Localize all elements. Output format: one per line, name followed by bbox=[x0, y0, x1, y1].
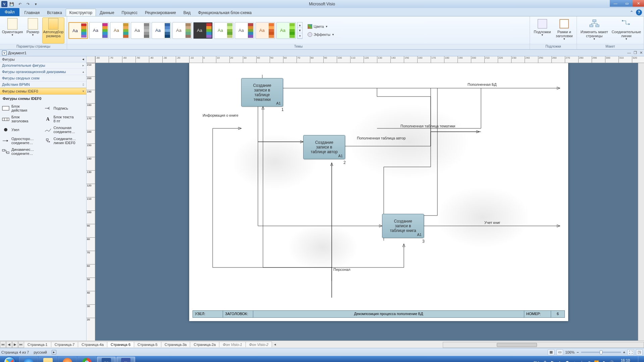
vertical-scrollbar[interactable] bbox=[638, 56, 644, 341]
shapes-category[interactable]: Фигуры сводных схем bbox=[0, 75, 86, 81]
page-nav-first-icon[interactable]: ⏮ bbox=[0, 341, 6, 348]
canvas[interactable]: -80-70-60-50-40-30-20-100102030405060708… bbox=[87, 56, 644, 341]
redo-icon[interactable]: ↷ bbox=[24, 1, 32, 7]
save-icon[interactable]: 💾 bbox=[8, 1, 15, 7]
theme-colors-button[interactable]: Цвета ▼ bbox=[306, 23, 336, 30]
shape-stencil[interactable]: Односторо… соедините… bbox=[1, 136, 43, 146]
view-mode-icon[interactable]: ▭ bbox=[556, 349, 563, 355]
view-mode-icon[interactable]: ▦ bbox=[548, 349, 554, 355]
shapes-category[interactable]: Фигуры организационной диаграммы▴ bbox=[0, 69, 86, 75]
tray-app-icon[interactable]: ▲ bbox=[572, 360, 577, 362]
close-button[interactable]: ✕ bbox=[633, 0, 644, 7]
tray-bluetooth-icon[interactable]: ᚼ bbox=[579, 360, 585, 362]
theme-swatch[interactable]: Aa bbox=[152, 22, 171, 39]
horizontal-scrollbar[interactable] bbox=[443, 342, 644, 348]
page-tab[interactable]: Страница-5 bbox=[134, 342, 161, 347]
mdi-restore-icon[interactable]: ❐ bbox=[634, 51, 637, 55]
maximize-button[interactable]: ▭ bbox=[621, 0, 633, 7]
shapes-category[interactable]: Действия BPMN▯ bbox=[0, 81, 86, 88]
show-desktop-button[interactable] bbox=[638, 356, 642, 362]
status-zoom[interactable]: 106% bbox=[565, 350, 575, 354]
shapes-category[interactable]: Дополнительные фигуры▸ bbox=[0, 62, 86, 69]
taskbar-visio[interactable]: V bbox=[116, 357, 135, 362]
zoom-in-icon[interactable]: + bbox=[623, 350, 625, 354]
app-icon[interactable]: V bbox=[1, 1, 7, 7]
taskbar-ie[interactable] bbox=[19, 357, 38, 362]
start-button[interactable] bbox=[1, 356, 19, 362]
shape-stencil[interactable]: Соедините… линия IDEF0 bbox=[44, 136, 85, 146]
orientation-button[interactable]: Ориентация▼ bbox=[1, 17, 23, 44]
shape-stencil[interactable]: AБлок текста 8 пт bbox=[44, 114, 85, 124]
tab-design[interactable]: Конструктор bbox=[66, 9, 96, 16]
theme-swatch[interactable]: Aa bbox=[89, 22, 109, 39]
autofit-button[interactable]: Автоподбор размера bbox=[42, 17, 64, 44]
taskbar-wmp[interactable] bbox=[58, 357, 77, 362]
macro-record-icon[interactable]: ▸ bbox=[52, 350, 56, 355]
idef-box-1[interactable]: Создание записи в таблице тематики A1 bbox=[241, 78, 283, 107]
tab-home[interactable]: Главная bbox=[21, 9, 44, 16]
tray-app-icon[interactable]: ◆ bbox=[557, 360, 562, 362]
qat-customize-icon[interactable]: ▾ bbox=[32, 1, 40, 7]
shape-stencil[interactable]: Блок заголовка bbox=[1, 114, 43, 124]
drawing-page[interactable]: Создание записи в таблице тематики A1 1 … bbox=[189, 63, 568, 321]
theme-swatch[interactable]: Aa bbox=[68, 22, 88, 39]
minimize-ribbon-icon[interactable]: ⌃ bbox=[629, 9, 635, 15]
zoom-slider[interactable] bbox=[581, 352, 621, 353]
taskbar-chrome[interactable] bbox=[77, 357, 96, 362]
page-tab[interactable]: Страница-4a bbox=[78, 342, 107, 347]
status-lang[interactable]: русский bbox=[34, 350, 47, 354]
page-tab[interactable]: Страница-2a bbox=[190, 342, 219, 347]
page-tab-active[interactable]: Страница 6 bbox=[107, 342, 134, 347]
shape-stencil[interactable]: Узел bbox=[1, 125, 43, 135]
zoom-thumb[interactable] bbox=[600, 350, 602, 354]
theme-gallery-scroll[interactable]: ▲▼▾ bbox=[297, 22, 303, 39]
tray-app-icon[interactable]: ⬢ bbox=[565, 360, 570, 362]
tab-view[interactable]: Вид bbox=[180, 9, 195, 16]
page-tab-scroll-icon[interactable]: ◂ bbox=[272, 342, 278, 347]
tray-battery-icon[interactable]: ▮ bbox=[601, 360, 607, 362]
theme-effects-button[interactable]: Эффекты ▼ bbox=[306, 31, 336, 38]
shapes-category-active[interactable]: Фигуры схемы IDEF0▾ bbox=[0, 88, 86, 95]
theme-swatch[interactable]: Aa bbox=[193, 22, 213, 39]
fullscreen-icon[interactable]: ◳ bbox=[636, 349, 643, 355]
shape-stencil[interactable]: Подпись bbox=[44, 103, 85, 113]
canvas-inner[interactable]: Создание записи в таблице тематики A1 1 … bbox=[95, 63, 644, 341]
page-tab-bg[interactable]: Фон Visio-2 bbox=[246, 342, 272, 347]
frames-button[interactable]: Рамки и заголовки▼ bbox=[553, 17, 576, 44]
connectors-button[interactable]: Соединительные линии▼ bbox=[610, 17, 643, 44]
idef-box-2[interactable]: Создание записи в таблице автор A1 bbox=[303, 135, 345, 159]
minimize-button[interactable]: — bbox=[610, 0, 621, 7]
page-tab[interactable]: Страница-7 bbox=[51, 342, 78, 347]
fit-page-icon[interactable]: ⛶ bbox=[627, 349, 634, 355]
idef-box-3[interactable]: Создание записи в таблице книга A1 bbox=[382, 214, 424, 238]
file-tab[interactable]: Файл bbox=[0, 8, 19, 16]
theme-swatch[interactable]: Aa bbox=[131, 22, 150, 39]
tab-review[interactable]: Рецензирование bbox=[141, 9, 180, 16]
relayout-button[interactable]: Изменить макет страницы▼ bbox=[578, 17, 610, 44]
help-icon[interactable]: ? bbox=[636, 9, 642, 15]
document-tab[interactable]: V Документ1 bbox=[0, 51, 29, 55]
theme-swatch[interactable]: Aa bbox=[276, 22, 296, 39]
shape-stencil[interactable]: Блок действия bbox=[1, 103, 43, 113]
theme-swatch[interactable]: Aa bbox=[214, 22, 233, 39]
page-tab-bg[interactable]: Фон Visio-1 bbox=[219, 342, 246, 347]
tray-app-icon[interactable]: ◐ bbox=[587, 360, 592, 362]
tab-insert[interactable]: Вставка bbox=[43, 9, 66, 16]
theme-swatch[interactable]: Aa bbox=[110, 22, 129, 39]
page-tab[interactable]: Страница-3a bbox=[161, 342, 191, 347]
theme-swatch[interactable]: Aa bbox=[235, 22, 254, 39]
theme-swatch[interactable]: Aa bbox=[256, 22, 275, 39]
page-nav-next-icon[interactable]: ▶ bbox=[12, 341, 18, 348]
page-nav-prev-icon[interactable]: ◀ bbox=[6, 341, 12, 348]
page-tab[interactable]: Страница-1 bbox=[24, 342, 51, 347]
tray-clock[interactable]: 16:10 10.11.2013 bbox=[616, 358, 635, 362]
tray-volume-icon[interactable]: 🔊 bbox=[609, 360, 614, 362]
tray-network-icon[interactable]: 📶 bbox=[594, 360, 599, 362]
tray-lang[interactable]: RU bbox=[532, 361, 540, 362]
tab-flowchart[interactable]: Функциональная блок-схема bbox=[194, 9, 255, 16]
theme-swatch[interactable]: Aa bbox=[172, 22, 192, 39]
size-button[interactable]: Размер▼ bbox=[24, 17, 42, 44]
page-nav-last-icon[interactable]: ⏭ bbox=[18, 341, 24, 348]
scroll-thumb[interactable] bbox=[497, 343, 537, 347]
taskbar-explorer[interactable] bbox=[39, 357, 57, 362]
